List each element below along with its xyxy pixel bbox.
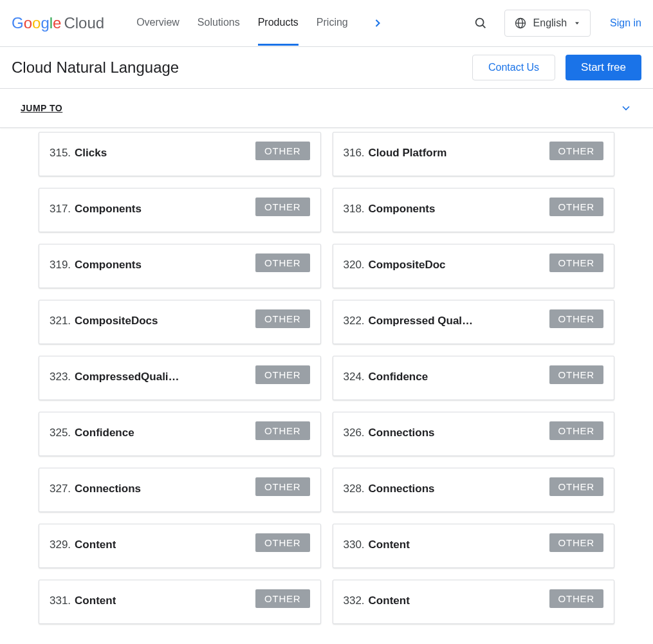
entity-label: CompositeDocs — [75, 315, 158, 327]
sub-header-actions: Contact Us Start free — [472, 55, 641, 80]
globe-icon — [514, 17, 527, 30]
search-button[interactable] — [468, 11, 493, 35]
nav-solutions[interactable]: Solutions — [198, 1, 240, 46]
entity-type-badge: OTHER — [549, 198, 604, 216]
jump-to-bar[interactable]: JUMP TO — [0, 89, 653, 128]
entity-text: 327.Connections — [50, 477, 141, 495]
entity-type-badge: OTHER — [549, 309, 604, 328]
entity-content: 315.ClicksOTHER316.Cloud PlatformOTHER31… — [0, 128, 653, 637]
entity-label: Confidence — [75, 427, 134, 439]
nav-more-chevron[interactable] — [366, 12, 389, 35]
entity-label: Content — [369, 594, 410, 607]
entity-card[interactable]: 325.ConfidenceOTHER — [39, 412, 321, 456]
entity-text: 331.Content — [50, 589, 116, 607]
entity-card[interactable]: 318.ComponentsOTHER — [333, 188, 615, 232]
entity-text: 316.Cloud Platform — [344, 142, 447, 160]
entity-label: Connections — [75, 483, 141, 495]
entity-number: 323. — [50, 371, 71, 383]
search-icon — [474, 16, 488, 30]
entity-label: Components — [75, 203, 142, 216]
entity-number: 315. — [50, 147, 71, 160]
entity-label: Compressed Qual… — [369, 315, 474, 327]
entity-number: 330. — [344, 538, 365, 551]
entity-type-badge: OTHER — [549, 421, 604, 440]
caret-down-icon — [573, 19, 581, 27]
entity-label: Content — [75, 538, 116, 551]
entity-number: 326. — [344, 427, 365, 439]
top-header: Google Cloud Overview Solutions Products… — [0, 0, 653, 47]
entity-label: Components — [369, 203, 436, 216]
nav-pricing[interactable]: Pricing — [317, 1, 348, 46]
entity-type-badge: OTHER — [255, 253, 310, 272]
entity-label: Connections — [369, 483, 435, 495]
top-actions: English Sign in — [468, 10, 641, 37]
entity-type-badge: OTHER — [549, 253, 604, 272]
logo-cloud-text: Cloud — [64, 14, 104, 32]
entity-label: Confidence — [369, 371, 428, 383]
entity-text: 324.Confidence — [344, 365, 428, 383]
nav-products[interactable]: Products — [258, 1, 299, 46]
entity-label: Cloud Platform — [369, 147, 447, 160]
entity-label: Content — [75, 594, 116, 607]
svg-marker-5 — [575, 23, 579, 25]
sub-header: Cloud Natural Language Contact Us Start … — [0, 47, 653, 89]
entity-type-badge: OTHER — [255, 533, 310, 552]
entity-number: 317. — [50, 203, 71, 216]
entity-text: 330.Content — [344, 533, 410, 551]
entity-type-badge: OTHER — [549, 589, 604, 608]
entity-type-badge: OTHER — [255, 477, 310, 496]
entity-card[interactable]: 331.ContentOTHER — [39, 580, 321, 624]
page-title: Cloud Natural Language — [12, 59, 179, 77]
start-free-button[interactable]: Start free — [566, 55, 641, 80]
contact-us-button[interactable]: Contact Us — [472, 55, 555, 80]
entity-card[interactable]: 315.ClicksOTHER — [39, 132, 321, 176]
entity-card[interactable]: 330.ContentOTHER — [333, 524, 615, 568]
entity-type-badge: OTHER — [255, 198, 310, 216]
language-selector[interactable]: English — [504, 10, 591, 37]
entity-type-badge: OTHER — [549, 365, 604, 384]
nav-overview[interactable]: Overview — [136, 1, 179, 46]
primary-nav: Overview Solutions Products Pricing — [136, 1, 468, 46]
entity-number: 316. — [344, 147, 365, 160]
entity-text: 321.CompositeDocs — [50, 309, 158, 327]
entity-number: 321. — [50, 315, 71, 327]
signin-link[interactable]: Sign in — [610, 17, 641, 29]
language-label: English — [533, 17, 567, 29]
entity-card[interactable]: 322.Compressed Qual…OTHER — [333, 300, 615, 344]
entity-card[interactable]: 316.Cloud PlatformOTHER — [333, 132, 615, 176]
svg-line-1 — [483, 25, 485, 28]
entity-card[interactable]: 329.ContentOTHER — [39, 524, 321, 568]
entity-text: 328.Connections — [344, 477, 435, 495]
entity-text: 319.Components — [50, 253, 142, 271]
entity-text: 317.Components — [50, 198, 142, 216]
entity-card[interactable]: 320.CompositeDocOTHER — [333, 244, 615, 288]
entity-card[interactable]: 319.ComponentsOTHER — [39, 244, 321, 288]
entity-card[interactable]: 321.CompositeDocsOTHER — [39, 300, 321, 344]
entity-card[interactable]: 317.ComponentsOTHER — [39, 188, 321, 232]
chevron-right-icon — [371, 17, 384, 30]
svg-point-0 — [475, 19, 483, 26]
entity-text: 325.Confidence — [50, 421, 134, 439]
entity-type-badge: OTHER — [255, 365, 310, 384]
entity-number: 325. — [50, 427, 71, 439]
entity-type-badge: OTHER — [255, 589, 310, 608]
entity-text: 318.Components — [344, 198, 436, 216]
entity-label: CompressedQuali… — [75, 371, 179, 383]
entity-text: 332.Content — [344, 589, 410, 607]
entity-label: Components — [75, 259, 142, 271]
entity-card[interactable]: 327.ConnectionsOTHER — [39, 468, 321, 512]
entity-card[interactable]: 332.ContentOTHER — [333, 580, 615, 624]
chevron-down-icon — [620, 102, 632, 115]
entity-label: Clicks — [75, 147, 107, 160]
entity-card[interactable]: 326.ConnectionsOTHER — [333, 412, 615, 456]
entity-text: 326.Connections — [344, 421, 435, 439]
entity-card[interactable]: 328.ConnectionsOTHER — [333, 468, 615, 512]
entity-type-badge: OTHER — [255, 309, 310, 328]
entity-number: 318. — [344, 203, 365, 216]
entity-number: 332. — [344, 594, 365, 607]
entity-card[interactable]: 323.CompressedQuali…OTHER — [39, 356, 321, 400]
google-cloud-logo[interactable]: Google Cloud — [12, 14, 104, 32]
entity-type-badge: OTHER — [255, 142, 310, 160]
entity-text: 323.CompressedQuali… — [50, 365, 179, 383]
entity-card[interactable]: 324.ConfidenceOTHER — [333, 356, 615, 400]
